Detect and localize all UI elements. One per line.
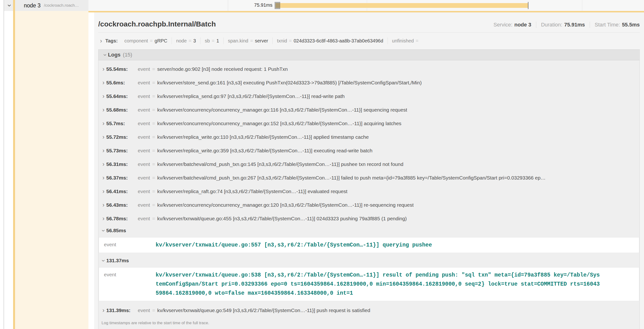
start-time-value: 55.5ms xyxy=(622,22,640,28)
header-divider xyxy=(98,32,640,33)
span-detail-panel: /cockroach.roachpb.Internal/Batch Servic… xyxy=(94,12,644,329)
tag-value: 3 xyxy=(193,38,196,44)
log-time: 56.41ms: xyxy=(106,188,138,194)
tag-value: gRPC xyxy=(155,38,167,44)
log-row[interactable]: › 56.31ms: event = kv/kvserver/batcheval… xyxy=(98,157,640,171)
tag-value: 024d3323-6c8f-4863-aa8b-37ab0e63496d xyxy=(294,38,383,44)
logs-section: › Logs (15) › 55.54ms: event = server/no… xyxy=(98,49,640,329)
service-label: Service: xyxy=(493,22,512,28)
log-time: 131.39ms: xyxy=(106,308,138,313)
chevron-down-icon: › xyxy=(102,52,108,58)
log-row-expanded[interactable]: › 56.85ms xyxy=(98,225,640,236)
equals-sign: = xyxy=(152,188,155,194)
log-time: 55.7ms: xyxy=(106,121,138,126)
chevron-right-icon: › xyxy=(100,161,106,167)
log-message: kv/kvserver/txnwait/queue.go:549 [n3,s3,… xyxy=(157,308,370,313)
info-separator xyxy=(536,22,536,28)
log-row[interactable]: › 56.41ms: event = kv/kvserver/replica_r… xyxy=(98,184,640,198)
equals-sign: = xyxy=(152,216,155,222)
equals-sign: = xyxy=(152,107,155,113)
span-detail-header: /cockroach.roachpb.Internal/Batch Servic… xyxy=(98,18,640,28)
log-detail-box: event kv/kvserver/txnwait/queue.go:557 [… xyxy=(99,237,639,253)
log-row[interactable]: › 55.73ms: event = kv/kvserver/replica_w… xyxy=(98,144,640,157)
log-message: kv/kvserver/batcheval/cmd_push_txn.go:26… xyxy=(157,175,546,181)
equals-sign: = xyxy=(212,38,214,44)
log-field-key: event xyxy=(138,80,150,86)
log-time: 56.37ms: xyxy=(106,175,138,181)
logs-accordion-header[interactable]: › Logs (15) xyxy=(98,50,640,60)
log-row[interactable]: › 56.37ms: event = kv/kvserver/batcheval… xyxy=(98,171,640,184)
equals-sign: = xyxy=(188,38,192,44)
log-marker-end xyxy=(528,2,528,9)
log-detail-field: event xyxy=(99,240,156,248)
log-row[interactable]: › 55.7ms: event = kv/kvserver/concurrenc… xyxy=(98,116,640,130)
equals-sign: = xyxy=(152,148,155,154)
chevron-right-icon: › xyxy=(100,80,106,86)
log-field-key: event xyxy=(138,162,150,167)
log-time: 56.85ms xyxy=(106,228,138,234)
equals-sign: = xyxy=(152,134,155,140)
log-marker xyxy=(278,2,278,9)
chevron-right-icon: › xyxy=(100,188,106,194)
tag-key: component xyxy=(124,38,148,44)
equals-sign: = xyxy=(250,38,253,44)
log-row[interactable]: › 55.54ms: event = server/node.go:902 [n… xyxy=(98,62,640,76)
log-detail-value: kv/kvserver/txnwait/queue.go:557 [n3,s3,… xyxy=(156,240,600,250)
log-row[interactable]: › 55.72ms: event = kv/kvserver/replica_w… xyxy=(98,130,640,144)
chevron-right-icon: › xyxy=(100,134,106,140)
log-message: kv/kvserver/replica_write.go:359 [n3,s3,… xyxy=(157,148,372,154)
tag-item: component = gRPC xyxy=(120,38,172,44)
log-marker xyxy=(275,2,275,9)
equals-sign: = xyxy=(152,162,155,167)
log-time: 55.68ms: xyxy=(106,107,138,113)
log-message: kv/kvserver/replica_write.go:110 [n3,s3,… xyxy=(157,134,369,140)
log-field-key: event xyxy=(138,308,150,313)
service-value: node 3 xyxy=(514,22,531,28)
chevron-right-icon: › xyxy=(100,216,106,222)
span-info: Service: node 3 Duration: 75.91ms Start … xyxy=(493,22,640,28)
tags-accordion[interactable]: › Tags: component = gRPC node = 3 sb = 1… xyxy=(98,38,640,44)
log-time: 131.37ms xyxy=(106,258,138,264)
tag-item: node = 3 xyxy=(172,38,200,44)
log-time: 55.64ms: xyxy=(106,94,138,99)
log-row[interactable]: › 55.6ms: event = kv/kvserver/store_send… xyxy=(98,76,640,90)
span-color-bar xyxy=(13,0,15,329)
timeline-column-divider xyxy=(228,0,228,11)
log-row[interactable]: › 131.39ms: event = kv/kvserver/txnwait/… xyxy=(98,304,640,317)
log-message: kv/kvserver/replica_raft.go:74 [n3,s3,r6… xyxy=(157,188,348,194)
span-operation-name: /cockroach.roach… xyxy=(44,3,79,8)
log-row[interactable]: › 56.43ms: event = kv/kvserver/concurren… xyxy=(98,198,640,212)
equals-sign: = xyxy=(152,202,155,208)
log-marker xyxy=(280,2,280,9)
log-row[interactable]: › 55.64ms: event = kv/kvserver/replica_s… xyxy=(98,90,640,103)
timeline-gridline xyxy=(582,0,582,11)
info-separator xyxy=(590,22,590,28)
span-name-cell[interactable]: node 3 /cockroach.roach… xyxy=(15,0,88,11)
logs-count: (15) xyxy=(123,52,132,58)
chevron-right-icon: › xyxy=(100,202,106,208)
tag-key: txnid xyxy=(277,38,287,44)
log-row[interactable]: › 56.78ms: event = kv/kvserver/txnwait/q… xyxy=(98,212,640,225)
tags-label: Tags: xyxy=(105,38,118,44)
log-row[interactable]: › 55.68ms: event = kv/kvserver/concurren… xyxy=(98,103,640,116)
tag-key: span.kind xyxy=(228,38,248,44)
tag-key: sb xyxy=(205,38,210,44)
equals-sign: = xyxy=(150,38,153,44)
span-service-name: node 3 xyxy=(24,2,40,9)
span-row-highlight xyxy=(15,11,88,329)
logs-footer-note: Log timestamps are relative to the start… xyxy=(98,317,640,329)
collapse-span-chevron-icon[interactable]: › xyxy=(6,2,13,9)
span-bar[interactable] xyxy=(276,3,528,8)
log-row-expanded[interactable]: › 131.37ms xyxy=(98,255,640,266)
log-message: kv/kvserver/txnwait/queue.go:455 [n3,s3,… xyxy=(157,216,407,222)
log-detail-value: kv/kvserver/txnwait/queue.go:538 [n3,s3,… xyxy=(156,270,600,298)
log-time: 56.78ms: xyxy=(106,216,138,222)
log-time: 56.43ms: xyxy=(106,202,138,208)
chevron-down-icon: › xyxy=(100,228,106,234)
duration-label: Duration: xyxy=(541,22,562,28)
log-field-key: event xyxy=(138,202,150,208)
tag-item: txnid = 024d3323-6c8f-4863-aa8b-37ab0e63… xyxy=(272,38,388,44)
chevron-right-icon: › xyxy=(100,148,106,154)
log-time: 56.31ms: xyxy=(106,162,138,167)
log-time: 55.6ms: xyxy=(106,80,138,86)
